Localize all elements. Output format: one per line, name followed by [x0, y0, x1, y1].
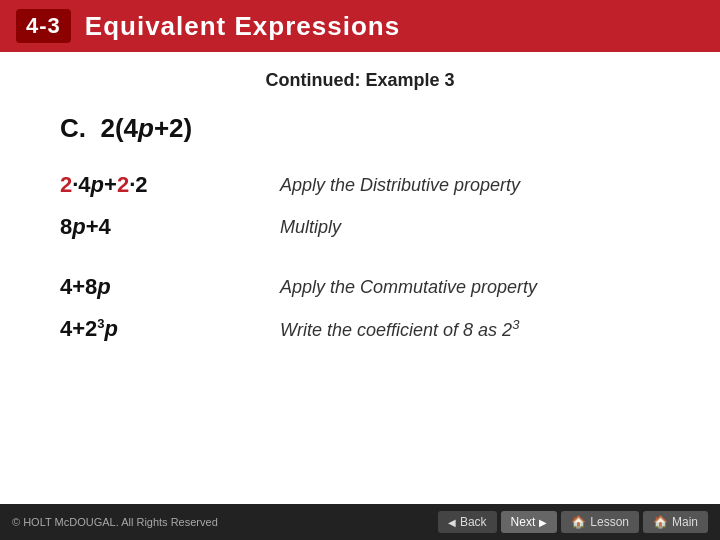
main-content: Continued: Example 3 C. 2(4p+2) 2·4p+2·2…	[0, 52, 720, 352]
back-button[interactable]: ◀ Back	[438, 511, 497, 533]
spacer-row	[60, 250, 680, 264]
step2-description: Multiply	[280, 208, 680, 246]
table-row: 4+8p Apply the Commutative property	[60, 268, 680, 306]
table-row: 8p+4 Multiply	[60, 208, 680, 246]
nav-buttons: ◀ Back Next ▶ 🏠 Lesson 🏠 Main	[438, 511, 708, 533]
table-row: 2·4p+2·2 Apply the Distributive property	[60, 166, 680, 204]
main-label: Main	[672, 515, 698, 529]
main-button[interactable]: 🏠 Main	[643, 511, 708, 533]
next-label: Next	[511, 515, 536, 529]
subtitle: Continued: Example 3	[50, 70, 670, 91]
back-label: Back	[460, 515, 487, 529]
steps-table: 2·4p+2·2 Apply the Distributive property…	[60, 162, 680, 352]
step4-description: Write the coefficient of 8 as 23	[280, 310, 680, 348]
copyright-text: © HOLT McDOUGAL. All Rights Reserved	[12, 516, 218, 528]
problem-letter: C.	[60, 113, 100, 143]
step1-description: Apply the Distributive property	[280, 166, 680, 204]
problem-expression: 2(4p+2)	[100, 113, 192, 143]
main-icon: 🏠	[653, 515, 668, 529]
problem-label: C. 2(4p+2)	[60, 113, 670, 144]
lesson-icon: 🏠	[571, 515, 586, 529]
lesson-badge: 4-3	[16, 9, 71, 43]
footer-bar: © HOLT McDOUGAL. All Rights Reserved ◀ B…	[0, 504, 720, 540]
page-title: Equivalent Expressions	[85, 11, 400, 42]
step1-expression: 2·4p+2·2	[60, 166, 280, 204]
step3-description: Apply the Commutative property	[280, 268, 680, 306]
next-button[interactable]: Next ▶	[501, 511, 558, 533]
step1-red1: 2	[60, 172, 72, 197]
step3-expression: 4+8p	[60, 268, 280, 306]
step1-red2: 2	[117, 172, 129, 197]
step4-expression: 4+23p	[60, 310, 280, 348]
lesson-button[interactable]: 🏠 Lesson	[561, 511, 639, 533]
next-icon: ▶	[539, 517, 547, 528]
table-row: 4+23p Write the coefficient of 8 as 23	[60, 310, 680, 348]
step2-expression: 8p+4	[60, 208, 280, 246]
lesson-label: Lesson	[590, 515, 629, 529]
header-bar: 4-3 Equivalent Expressions	[0, 0, 720, 52]
back-icon: ◀	[448, 517, 456, 528]
